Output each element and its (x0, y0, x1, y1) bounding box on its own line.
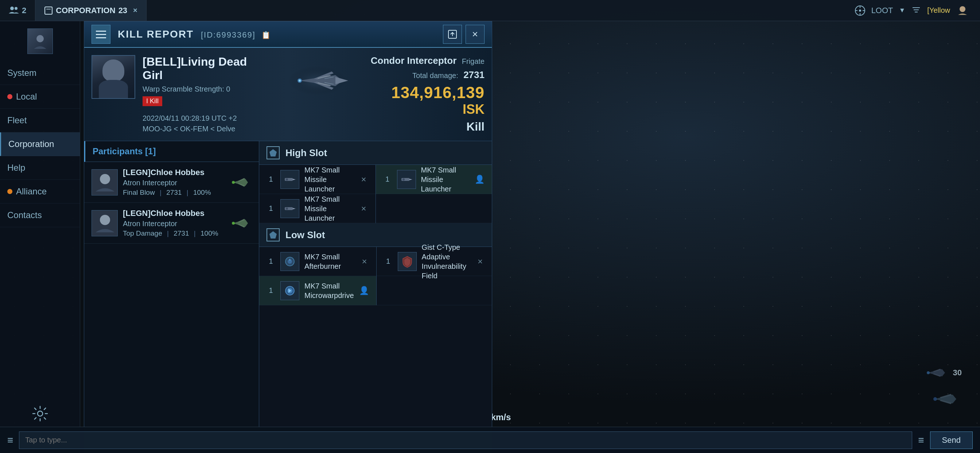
low-slot-modules: 1 MK7 Small Afterburner × (259, 247, 492, 305)
sidebar-item-corp[interactable]: Corporation (0, 132, 80, 156)
local-dot (7, 94, 13, 99)
svg-point-24 (100, 215, 110, 225)
close-button[interactable]: × (466, 25, 485, 44)
participant-1-avatar-inner (92, 170, 118, 195)
participant-2-damage: 2731 (173, 230, 189, 237)
low-module-qty-2: 1 (267, 286, 275, 295)
low-module-1-name: MK7 Small Afterburner (304, 252, 355, 271)
victim-portrait (92, 55, 135, 99)
low-slot-left-col: 1 MK7 Small Afterburner × (259, 247, 377, 305)
sidebar: System Local Fleet Corporation Help Alli… (0, 21, 80, 453)
ship-image (270, 57, 364, 104)
missile-launcher-1-icon (283, 173, 296, 186)
loot-dropdown-icon[interactable]: ▼ (899, 6, 905, 14)
svg-point-13 (959, 6, 966, 12)
participants-panel: Participants [1] [LEGN]Chloe Hobbes At (84, 141, 259, 453)
svg-point-1 (14, 7, 18, 10)
sidebar-item-fleet[interactable]: Fleet (0, 109, 80, 132)
missile-launcher-2-icon (283, 202, 296, 215)
sidebar-item-local[interactable]: Local (0, 85, 80, 109)
svg-point-22 (232, 181, 235, 184)
separator-4: | (194, 230, 196, 237)
participant-1-info: [LEGN]Chloe Hobbes Atron Interceptor Fin… (123, 168, 220, 196)
svg-point-5 (859, 10, 861, 12)
low-module-qty-1: 1 (267, 257, 275, 266)
module-qty-2: 1 (267, 204, 275, 213)
low-module-1-icon (280, 252, 299, 271)
space-ship-2 (929, 389, 962, 409)
low-module-1-x: × (360, 257, 369, 266)
hamburger-button[interactable] (92, 25, 110, 44)
corp-tab-close[interactable]: × (133, 6, 137, 14)
sidebar-item-system[interactable]: System (0, 61, 80, 85)
corp-tab-label: CORPORATION (56, 6, 115, 15)
module-1-x: × (360, 174, 368, 185)
copy-icon[interactable]: 📋 (261, 31, 271, 39)
participant-1-portrait (92, 170, 118, 196)
isk-label: ISK (463, 102, 485, 117)
atron-1-icon (225, 172, 251, 193)
participant-2-name: [LEGN]Chloe Hobbes (123, 209, 220, 218)
participant-2-avatar-inner (92, 211, 118, 236)
victim-kills-badge: I Kill (143, 96, 162, 106)
top-bar: 2 CORPORATION 23 × LOOT ▼ [Yellow (0, 0, 980, 21)
sidebar-item-alliance-label: Alliance (16, 187, 47, 196)
victim-timestamp: 2022/04/11 00:28:19 UTC +2 (143, 114, 267, 123)
send-button[interactable]: Send (930, 431, 973, 449)
sidebar-item-local-label: Local (16, 91, 37, 102)
participants-section-title: Participants [1] (84, 141, 259, 162)
participant-2-ship-icon (225, 213, 251, 233)
close-icon: × (472, 29, 478, 40)
svg-point-37 (933, 397, 937, 401)
module-1-person-icon: 👤 (475, 175, 485, 184)
export-icon (448, 30, 457, 39)
participant-2-stat-label: Top Damage (123, 230, 162, 237)
low-slot-module-2: 1 MK7 Small Microwarpdrive 👤 (259, 276, 376, 305)
low-module-1-right-icon (398, 252, 417, 271)
bottom-menu-icon[interactable]: ≡ (7, 434, 13, 446)
kill-report-panel: KILL REPORT [ID:6993369] 📋 × [BEL (84, 21, 492, 453)
chat-menu-icon[interactable]: ≡ (918, 434, 924, 446)
svg-point-15 (38, 411, 43, 416)
settings-button[interactable] (31, 405, 49, 424)
participant-1-damage: 2731 (166, 188, 181, 196)
module-qty-1-right: 1 (383, 175, 392, 183)
corp-tab-icon (44, 6, 53, 15)
separator-2: | (187, 188, 188, 196)
low-slot-icon (267, 228, 280, 241)
panel-body: Participants [1] [LEGN]Chloe Hobbes At (84, 141, 492, 453)
sidebar-item-alliance[interactable]: Alliance (0, 180, 80, 204)
chat-input[interactable] (19, 431, 912, 449)
high-slot-header: High Slot (259, 141, 492, 165)
panel-id: [ID:6993369] (201, 30, 256, 39)
ship-type: Condor Interceptor (371, 55, 457, 66)
svg-point-29 (286, 207, 288, 210)
kill-stats: Condor Interceptor Frigate Total damage:… (367, 55, 485, 134)
ship-visual (267, 55, 367, 106)
panel-actions: × (443, 25, 485, 44)
space-ship-counter: 30 (920, 364, 962, 382)
sidebar-item-contacts-label: Contacts (7, 210, 42, 220)
participant-2-portrait (92, 211, 118, 236)
kill-type: Kill (367, 120, 485, 134)
avatar (27, 29, 53, 54)
separator-1: | (160, 188, 162, 196)
svg-point-27 (286, 179, 288, 180)
svg-point-25 (232, 222, 235, 225)
isk-value: 134,916,139 (391, 83, 485, 101)
module-2-name: MK7 Small Missile Launcher (304, 195, 355, 223)
high-slot-modules: 1 MK7 Small Missile Launcher × (259, 165, 492, 223)
low-module-1-right-name: Gist C-Type Adaptive Invulnerability Fie… (422, 242, 471, 281)
filter-icon[interactable] (911, 5, 921, 16)
participant-2-avatar (92, 210, 118, 236)
participant-1-percent: 100% (193, 188, 211, 196)
sidebar-item-contacts[interactable]: Contacts (0, 204, 80, 227)
kill-banner: [BELL]Living Dead Girl Warp Scramble Str… (84, 48, 492, 141)
participant-1-avatar (92, 169, 118, 196)
sidebar-item-help[interactable]: Help (0, 156, 80, 180)
corp-tab[interactable]: CORPORATION 23 × (35, 0, 146, 21)
players-icon (9, 5, 19, 16)
export-button[interactable] (443, 25, 462, 44)
participant-2-ship: Atron Interceptor (123, 220, 220, 228)
victim-kills-wrap: I Kill (143, 96, 267, 110)
